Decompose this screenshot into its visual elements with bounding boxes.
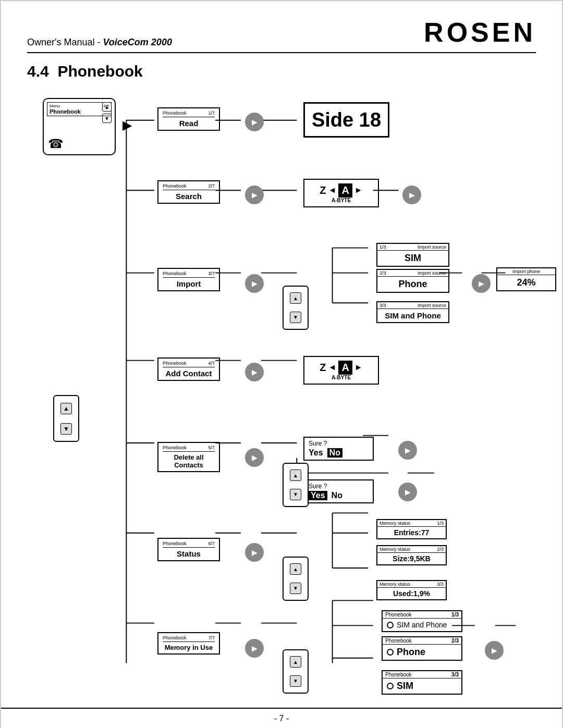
status-label: Status <box>163 549 215 558</box>
left-arrow: ◄ <box>328 186 337 195</box>
pc1-label-h: Phonebook <box>385 612 412 618</box>
footer: - 7 - <box>1 708 562 723</box>
pc3-content: SIM <box>397 681 413 692</box>
miu-category: Phonebook <box>163 635 187 640</box>
phonebook-choice-2: Phonebook 2/3 Phone <box>382 636 462 661</box>
read-label: Read <box>163 119 215 128</box>
scroll-down-memory[interactable]: ▼ <box>290 675 301 687</box>
import-page: 3/7 <box>208 271 215 276</box>
is1-content: SIM <box>377 251 448 266</box>
sure2-no: No <box>332 491 342 500</box>
scroll-pad-delete: ▲ ▼ <box>283 463 309 507</box>
scroll-down-status[interactable]: ▼ <box>290 583 301 594</box>
read-category: Phonebook <box>163 110 187 116</box>
scroll-up-delete[interactable]: ▲ <box>290 470 301 481</box>
product-name: VoiceCom 2000 <box>103 37 172 47</box>
ac-page: 4/7 <box>208 361 215 366</box>
ms1-header: Memory status <box>380 521 410 526</box>
right-arrow: ► <box>354 186 363 195</box>
pc2-page: 2/3 <box>451 638 459 644</box>
menu-box-add-contact[interactable]: Phonebook 4/7 Add Contact <box>157 357 220 381</box>
menu-box-read[interactable]: Phonebook 1/7 Read <box>157 107 220 131</box>
diagram-area: Menu 4/5 Phonebook ▲ ▼ ☎ ▶ ▲ ▼ <box>27 93 536 718</box>
arrow-delete-all: ▶ <box>245 448 264 467</box>
read-page: 1/7 <box>208 110 215 116</box>
menu-box-delete-all[interactable]: Phonebook 5/7 Delete all Contacts <box>157 442 220 472</box>
arrow-phonebook2: ▶ <box>485 641 504 660</box>
da-page: 5/7 <box>208 445 215 450</box>
sure1-yes: Yes <box>309 448 323 458</box>
scroll-down-import[interactable]: ▼ <box>290 312 301 323</box>
ms2-content: Size:9,5KB <box>377 553 446 564</box>
sure2-title: Sure ? <box>309 483 369 490</box>
manual-text: Owner's Manual - <box>27 37 103 47</box>
is2-label-h: Import source <box>418 270 446 276</box>
phonebook-choice-1: Phonebook 1/3 SIM and Phone <box>382 610 462 632</box>
device-menu-label: Menu <box>50 104 60 108</box>
arrow-search: ▶ <box>245 186 264 204</box>
header-left: Owner's Manual - VoiceCom 2000 <box>27 37 172 48</box>
scroll-pad-status: ▲ ▼ <box>283 557 309 601</box>
pc3-radio <box>387 683 394 689</box>
abyte-label-ac: A-BYTE <box>332 375 351 380</box>
is3-label-h: Import source <box>418 303 446 308</box>
scroll-down-btn[interactable]: ▼ <box>102 114 112 123</box>
scroll-up-status[interactable]: ▲ <box>290 563 301 575</box>
sure2-yes-highlight: Yes <box>309 491 327 500</box>
brand-logo: ROSEN <box>424 17 536 48</box>
menu-box-status[interactable]: Phonebook 6/7 Status <box>157 538 220 561</box>
status-page: 6/7 <box>208 541 215 546</box>
pc2-label-h: Phonebook <box>385 638 412 644</box>
hand-illustration-left: ▲ ▼ <box>53 395 95 458</box>
abyte-label-search: A-BYTE <box>332 198 351 203</box>
scroll-up-memory[interactable]: ▲ <box>290 656 301 668</box>
phonebook-choice-3: Phonebook 3/3 SIM <box>382 670 462 695</box>
import-source-3: 3/3 Import source SIM and Phone <box>376 301 449 323</box>
page-number: - 7 - <box>274 714 289 723</box>
is2-header: 2/3 <box>380 270 386 276</box>
search-page: 2/7 <box>208 183 215 189</box>
scroll-up-import[interactable]: ▲ <box>290 292 301 304</box>
scroll-up-2[interactable]: ▲ <box>60 403 72 414</box>
section-name: Phonebook <box>57 63 142 80</box>
sure1-title: Sure ? <box>309 440 369 447</box>
mem-status-3: Memory status 3/3 Used:1,9% <box>376 580 447 600</box>
import-source-1: 1/3 Import source SIM <box>376 243 449 267</box>
z-label: Z <box>320 184 326 196</box>
sure-box-2: Sure ? Yes No <box>303 479 374 503</box>
sure1-no-highlight: No <box>327 448 342 458</box>
search-category: Phonebook <box>163 183 187 189</box>
arrow-memory-in-use: ▶ <box>245 639 264 658</box>
import-label: Import <box>163 279 215 288</box>
menu-box-import[interactable]: Phonebook 3/7 Import <box>157 268 220 291</box>
ms3-page: 3/3 <box>437 582 444 587</box>
section-number: 4.4 <box>27 63 49 80</box>
abyte-display-ac: Z ◄ A ► A-BYTE <box>303 356 379 385</box>
section-title: 4.4 Phonebook <box>27 63 536 80</box>
scroll-down-2[interactable]: ▼ <box>60 423 72 435</box>
menu-box-memory-in-use[interactable]: Phonebook 7/7 Memory in Use <box>157 632 220 655</box>
pc2-content: Phone <box>397 647 425 658</box>
miu-page: 7/7 <box>208 635 215 640</box>
pc1-page: 1/3 <box>451 612 459 618</box>
da-label: Delete all Contacts <box>163 453 215 469</box>
scroll-pad-import: ▲ ▼ <box>283 286 309 330</box>
arrow-status: ▶ <box>245 543 264 562</box>
arrow-import-phone: ▶ <box>472 274 491 293</box>
arrow-read: ▶ <box>245 113 264 131</box>
import-category: Phonebook <box>163 271 187 276</box>
scroll-up-btn[interactable]: ▲ <box>102 102 112 112</box>
ms1-page: 1/3 <box>437 521 444 526</box>
ms2-page: 2/3 <box>437 547 444 552</box>
ms1-content: Entries:77 <box>377 527 446 538</box>
scroll-down-delete[interactable]: ▼ <box>290 489 301 500</box>
pc3-label-h: Phonebook <box>385 672 412 677</box>
is1-header: 1/3 <box>380 244 386 250</box>
arrow-add-contact: ▶ <box>245 363 264 381</box>
mem-status-1: Memory status 1/3 Entries:77 <box>376 519 447 539</box>
arrow-sure1: ▶ <box>398 441 417 460</box>
arrow-sure2: ▶ <box>398 483 417 501</box>
pc1-radio <box>387 622 394 628</box>
arrow-search-right: ▶ <box>402 186 421 204</box>
menu-box-search[interactable]: Phonebook 2/7 Search <box>157 180 220 204</box>
